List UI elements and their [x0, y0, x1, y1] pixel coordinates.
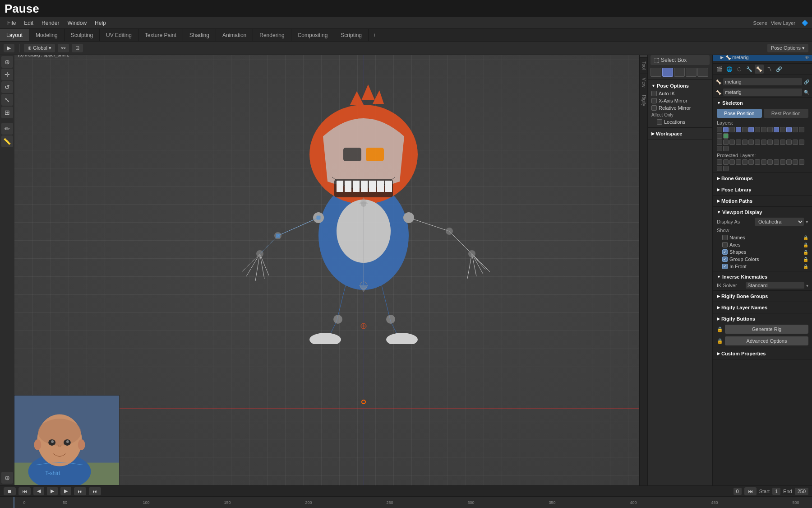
- prop-icon-constraints[interactable]: 🔗: [775, 65, 784, 74]
- layer-dot-24[interactable]: [761, 140, 766, 145]
- toolbar-snap[interactable]: ⊡: [72, 44, 83, 52]
- layer-dot-20[interactable]: [736, 140, 741, 145]
- generate-rig-btn[interactable]: Generate Rig: [725, 325, 808, 334]
- prop-icon-bone[interactable]: 〽: [765, 65, 774, 74]
- timeline-stop[interactable]: ⏹: [4, 487, 16, 495]
- tab-animation[interactable]: Animation: [216, 29, 253, 41]
- tab-uv-editing[interactable]: UV Editing: [100, 29, 138, 41]
- layer-dot-6[interactable]: [748, 127, 754, 132]
- timeline-ruler[interactable]: 0 50 100 150 200 250 300 350 400 450 500: [0, 497, 812, 508]
- frame-current[interactable]: 0: [734, 488, 742, 495]
- layer-dot-32[interactable]: [723, 146, 729, 151]
- tool-measure[interactable]: 📏: [1, 135, 13, 147]
- pose-options-header[interactable]: ▼ Pose Options: [648, 82, 712, 90]
- shapes-checkbox[interactable]: [722, 249, 728, 255]
- timeline-step-back[interactable]: ◀: [33, 487, 44, 495]
- playhead[interactable]: [14, 497, 14, 508]
- tool-mode-4[interactable]: [686, 68, 697, 77]
- group-colors-checkbox[interactable]: [722, 256, 728, 262]
- prop-icon-modifier[interactable]: 🔧: [745, 65, 754, 74]
- display-as-select[interactable]: Octahedral Stick B-Bone Envelope Wire: [755, 218, 804, 226]
- tool-mode-1[interactable]: [651, 68, 661, 77]
- layer-dot-11[interactable]: [780, 127, 785, 132]
- layer-dot-25[interactable]: [767, 140, 773, 145]
- tool-add[interactable]: ⊕: [1, 472, 13, 484]
- layer-dot-2[interactable]: [723, 127, 729, 132]
- prot-dot-5[interactable]: [742, 159, 747, 165]
- side-tab-tool[interactable]: Tool: [640, 58, 647, 74]
- axes-checkbox[interactable]: [722, 242, 728, 247]
- ik-solver-value[interactable]: Standard: [746, 282, 804, 289]
- tab-sculpting[interactable]: Sculpting: [65, 29, 100, 41]
- layer-dot-12[interactable]: [786, 127, 792, 132]
- layer-dot-29[interactable]: [793, 140, 798, 145]
- layer-dot-15[interactable]: [717, 133, 722, 139]
- layer-dot-18[interactable]: [723, 140, 729, 145]
- prot-dot-6[interactable]: [748, 159, 754, 165]
- tab-compositing[interactable]: Compositing: [291, 29, 335, 41]
- auto-ik-checkbox[interactable]: [651, 91, 657, 96]
- tab-add[interactable]: +: [369, 29, 381, 41]
- prot-dot-1[interactable]: [717, 159, 722, 165]
- prot-dot-7[interactable]: [755, 159, 760, 165]
- rigify-bone-groups-header[interactable]: ▶ Rigify Bone Groups: [713, 292, 812, 301]
- tool-cursor[interactable]: ⊕: [1, 56, 13, 68]
- layer-dot-19[interactable]: [729, 140, 735, 145]
- prot-dot-9[interactable]: [767, 159, 773, 165]
- skeleton-header[interactable]: ▼ Skeleton: [713, 98, 812, 107]
- prot-dot-2[interactable]: [723, 159, 729, 165]
- prop-icon-scene[interactable]: 🎬: [715, 65, 724, 74]
- layer-dot-28[interactable]: [786, 140, 792, 145]
- layer-dot-26[interactable]: [774, 140, 779, 145]
- tool-move[interactable]: ✛: [1, 69, 13, 80]
- x-axis-mirror-checkbox[interactable]: [651, 98, 657, 103]
- tool-scale[interactable]: ⤡: [1, 94, 13, 106]
- layer-dot-31[interactable]: [717, 146, 722, 151]
- layer-dot-17[interactable]: [717, 140, 722, 145]
- object-name-field[interactable]: metarig: [723, 78, 802, 85]
- pose-options-btn[interactable]: Pose Options ▾: [767, 44, 808, 52]
- motion-paths-header[interactable]: ▶ Motion Paths: [713, 196, 812, 205]
- layer-dot-30[interactable]: [799, 140, 804, 145]
- menu-item-file[interactable]: File: [4, 19, 19, 27]
- pose-library-header[interactable]: ▶ Pose Library: [713, 185, 812, 194]
- rigify-layer-names-header[interactable]: ▶ Rigify Layer Names: [713, 303, 812, 312]
- workspace-header[interactable]: ▶ Workspace: [648, 130, 712, 138]
- tab-scripting[interactable]: Scripting: [334, 29, 369, 41]
- armature-name-field[interactable]: metarig: [723, 89, 802, 96]
- layer-dot-7[interactable]: [755, 127, 760, 132]
- tab-texture-paint[interactable]: Texture Paint: [138, 29, 183, 41]
- timeline-prev-keyframe[interactable]: ⏮: [18, 487, 31, 495]
- rigify-buttons-header[interactable]: ▶ Rigify Buttons: [713, 314, 812, 323]
- search-small-icon[interactable]: 🔍: [804, 90, 809, 95]
- layer-dot-22[interactable]: [748, 140, 754, 145]
- prop-icon-world[interactable]: 🌐: [725, 65, 734, 74]
- frame-start[interactable]: 1: [772, 488, 780, 495]
- layer-dot-16[interactable]: [723, 133, 729, 139]
- timeline-step-forward[interactable]: ▶: [60, 487, 71, 495]
- layer-dot-27[interactable]: [780, 140, 785, 145]
- prot-dot-14[interactable]: [799, 159, 804, 165]
- layer-dot-3[interactable]: [729, 127, 735, 132]
- viewport-display-header[interactable]: ▼ Viewport Display: [713, 208, 812, 217]
- prop-icon-armature[interactable]: 🦴: [755, 65, 764, 74]
- prot-dot-12[interactable]: [786, 159, 792, 165]
- layer-dot-1[interactable]: [717, 127, 722, 132]
- toolbar-select[interactable]: ▶: [4, 44, 14, 52]
- layer-dot-23[interactable]: [755, 140, 760, 145]
- toolbar-transform[interactable]: ⚯: [58, 44, 69, 52]
- prot-dot-15[interactable]: [717, 166, 722, 171]
- names-checkbox[interactable]: [722, 235, 728, 240]
- tool-transform[interactable]: ⊞: [1, 107, 13, 118]
- relative-mirror-checkbox[interactable]: [651, 105, 657, 111]
- layer-dot-10[interactable]: [774, 127, 779, 132]
- layer-dot-5[interactable]: [742, 127, 747, 132]
- in-front-checkbox[interactable]: [722, 264, 728, 269]
- layer-dot-8[interactable]: [761, 127, 766, 132]
- select-box-btn[interactable]: ⬚ Select Box: [651, 55, 710, 65]
- prot-dot-13[interactable]: [793, 159, 798, 165]
- prot-dot-4[interactable]: [736, 159, 741, 165]
- tool-mode-3[interactable]: [674, 68, 685, 77]
- menu-item-window[interactable]: Window: [64, 19, 90, 27]
- layer-dot-21[interactable]: [742, 140, 747, 145]
